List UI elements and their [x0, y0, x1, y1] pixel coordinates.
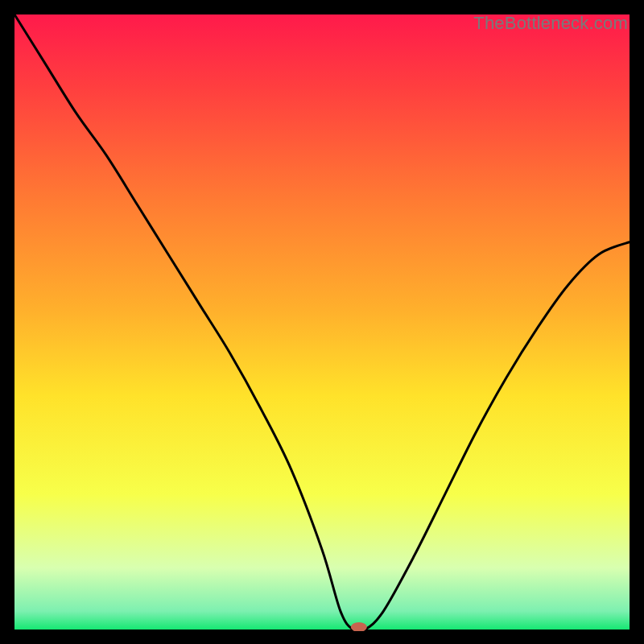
chart-frame: TheBottleneck.com	[13, 13, 631, 631]
plot-background	[14, 14, 630, 630]
watermark-text: TheBottleneck.com	[473, 13, 628, 34]
bottleneck-chart	[13, 13, 631, 631]
